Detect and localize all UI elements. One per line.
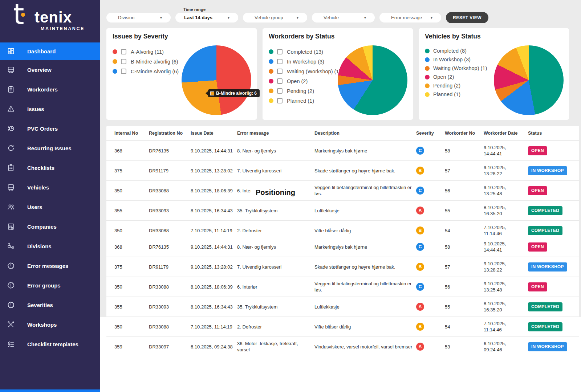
- legend-checkbox[interactable]: [277, 59, 283, 64]
- sidebar-item-vehicles[interactable]: Vehicles: [0, 177, 100, 197]
- legend-label: Open (2): [433, 74, 454, 80]
- legend-color-dot: [425, 49, 430, 53]
- status-badge: COMPLETED: [528, 206, 562, 215]
- brand-logo: t tenix MAINTENANCE: [0, 0, 100, 41]
- legend-item: B-Mindre alvorlig (6): [113, 57, 179, 66]
- checklist-template-icon: [7, 340, 15, 348]
- clipboard-icon: [7, 85, 15, 94]
- table-row[interactable]: 375 DR91179 9.10.2025, 13:28:02 7. Utven…: [106, 161, 579, 181]
- legend-label: C-Mindre Alvorlig (6): [131, 69, 179, 74]
- chevron-down-icon: ▼: [296, 16, 299, 20]
- legend-label: Completed (13): [287, 49, 323, 55]
- legend-item: Completed (8): [425, 46, 487, 55]
- status-badge: COMPLETED: [528, 302, 562, 311]
- severity-badge: A: [416, 303, 424, 311]
- table-row[interactable]: 368 DR76135 9.10.2025, 14:44:31 8. Nær- …: [106, 141, 579, 161]
- chart-title: Issues by Severity: [113, 33, 168, 40]
- legend-item: Waiting (Workshop) (1): [425, 64, 487, 73]
- chart-legend: Completed (8) In Workshop (3) Waiting (W…: [425, 46, 487, 99]
- clock-icon: [7, 124, 15, 133]
- table-row[interactable]: 355 DR33093 8.10.2025, 16:34:43 35. Tryk…: [106, 201, 579, 221]
- sidebar-item-divisions[interactable]: Divisions: [0, 236, 100, 256]
- table-row[interactable]: 368 DR76135 9.10.2025, 14:44:31 8. Nær- …: [106, 237, 579, 257]
- tooltip-color-swatch: [210, 91, 214, 95]
- column-header-error-message: Error message: [237, 126, 314, 141]
- table-row[interactable]: 375 DR91179 9.10.2025, 13:28:02 7. Utven…: [106, 257, 579, 277]
- table-row[interactable]: 350 DR33088 7.10.2025, 11:14:19 2. Defro…: [106, 317, 579, 337]
- vehicle-group-dropdown[interactable]: Vehicle group ▼: [243, 13, 307, 23]
- legend-checkbox[interactable]: [121, 59, 126, 64]
- main-content: Division ▼ Time range Last 14 days ▼ Veh…: [100, 0, 581, 392]
- sidebar-item-issues[interactable]: Issues: [0, 99, 100, 119]
- legend-label: Waiting (Workshop) (1): [433, 65, 487, 71]
- reset-view-button[interactable]: RESET VIEW: [446, 12, 488, 23]
- sidebar-item-pvc-orders[interactable]: PVC Orders: [0, 119, 100, 138]
- checklist-clipboard-icon: [7, 163, 15, 172]
- sidebar-item-error-groups[interactable]: Error groups: [0, 275, 100, 295]
- legend-item: In Workshop (3): [269, 57, 341, 66]
- sidebar-item-checklist-templates[interactable]: Checklist templates: [0, 334, 100, 354]
- sidebar-item-recurring-issues[interactable]: Recurring Issues: [0, 138, 100, 158]
- legend-color-dot: [113, 49, 117, 54]
- table-row[interactable]: 355 DR33093 8.10.2025, 16:34:43 35. Tryk…: [106, 297, 579, 317]
- column-header-registration-no: Registration No: [149, 126, 191, 141]
- division-dropdown[interactable]: Division ▼: [106, 13, 171, 23]
- legend-checkbox[interactable]: [277, 69, 283, 74]
- severity-badge: C: [416, 243, 424, 251]
- positioning-overlay-label: Positioning: [251, 187, 314, 199]
- legend-checkbox[interactable]: [121, 69, 126, 74]
- legend-item: Pending (2): [425, 81, 487, 90]
- chevron-down-icon: ▼: [159, 16, 163, 20]
- vehicle-dropdown[interactable]: Vehicle ▼: [312, 13, 375, 23]
- legend-item: Pending (2): [269, 86, 341, 96]
- sidebar-item-companies[interactable]: Companies: [0, 217, 100, 236]
- bus-icon: [7, 183, 15, 192]
- error-message-dropdown[interactable]: Error message ▼: [379, 13, 441, 23]
- legend-color-dot: [425, 75, 430, 79]
- status-badge: IN WORKSHOP: [528, 262, 567, 271]
- workorders-status-pie-chart[interactable]: [338, 45, 407, 115]
- sidebar-item-users[interactable]: Users: [0, 197, 100, 217]
- sidebar-item-workorders[interactable]: Workorders: [0, 79, 100, 99]
- legend-checkbox[interactable]: [277, 78, 283, 84]
- chart-legend: Completed (13) In Workshop (3) Waiting (…: [269, 47, 341, 106]
- legend-label: In Workshop (3): [433, 57, 471, 62]
- sidebar-item-error-messages[interactable]: Error messages: [0, 256, 100, 275]
- severity-badge: B: [416, 323, 424, 331]
- legend-color-dot: [113, 69, 117, 74]
- column-header-description: Description: [314, 126, 416, 141]
- sidebar-nav: Dashboard Overview Workorders Issues PVC…: [0, 42, 100, 354]
- grid-icon: [7, 47, 15, 56]
- sidebar-item-overview[interactable]: Overview: [0, 60, 100, 79]
- severity-badge: B: [416, 226, 424, 234]
- legend-item: Planned (1): [269, 96, 341, 106]
- issues-table-continued: 368 DR76135 9.10.2025, 14:44:31 8. Nær- …: [106, 237, 579, 356]
- table-row[interactable]: 350 DR33088 8.10.2025, 18:06:39 6. Inter…: [106, 277, 579, 297]
- legend-checkbox[interactable]: [277, 98, 283, 103]
- sidebar-item-severities[interactable]: Severities: [0, 295, 100, 315]
- issues-severity-pie-chart[interactable]: [182, 45, 251, 115]
- brand-name: tenix: [34, 9, 72, 26]
- sidebar-item-dashboard[interactable]: Dashboard: [0, 42, 100, 60]
- legend-checkbox[interactable]: [121, 49, 126, 54]
- table-row[interactable]: 350 DR33088 8.10.2025, 18:06:39 6. Inter…: [106, 181, 579, 201]
- legend-color-dot: [269, 69, 273, 74]
- column-header-workorder-no: Workorder No: [445, 126, 484, 141]
- time-range-dropdown[interactable]: Time range Last 14 days ▼: [175, 13, 238, 23]
- legend-color-dot: [269, 79, 273, 83]
- vehicles-by-status-card: Vehicles by Status Completed (8) In Work…: [419, 28, 569, 120]
- tooltip-text: B-Mindre alvorlig: 6: [216, 91, 257, 96]
- table-row[interactable]: 359 DR33097 6.10.2025, 09:24:38 36. Moto…: [106, 337, 579, 357]
- sidebar-item-checklists[interactable]: Checklists: [0, 158, 100, 177]
- status-badge: OPEN: [528, 186, 547, 195]
- vehicles-status-pie-chart[interactable]: [494, 45, 564, 115]
- chevron-down-icon: ▼: [430, 16, 433, 20]
- brand-subtitle: MAINTENANCE: [41, 26, 85, 31]
- legend-checkbox[interactable]: [277, 88, 283, 94]
- severity-badge: B: [416, 263, 424, 271]
- vehicle-group-dropdown-label: Vehicle group: [255, 15, 283, 20]
- legend-color-dot: [269, 98, 273, 103]
- legend-item: Open (2): [425, 73, 487, 81]
- sidebar-item-workshops[interactable]: Workshops: [0, 315, 100, 334]
- legend-checkbox[interactable]: [277, 49, 283, 54]
